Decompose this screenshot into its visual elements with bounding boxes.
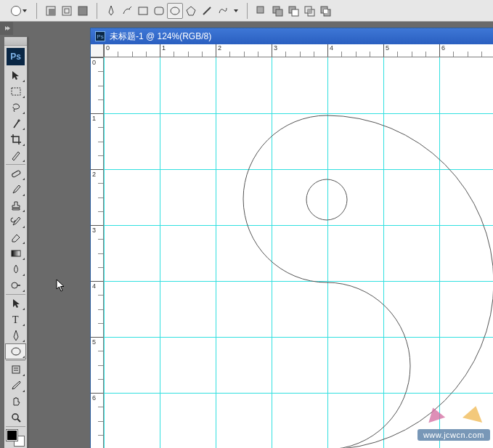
path-op-exclude-button[interactable] xyxy=(317,3,333,19)
svg-rect-3 xyxy=(65,9,69,13)
fill-pixels-icon xyxy=(77,5,89,17)
dodge-icon xyxy=(10,280,22,291)
ellipse-shape-tool[interactable] xyxy=(5,343,26,359)
marquee-tool[interactable] xyxy=(5,84,26,99)
path-selection-tool[interactable] xyxy=(5,296,26,311)
svg-line-22 xyxy=(14,121,19,128)
horizontal-ruler[interactable]: 01234567 xyxy=(104,44,493,57)
path-op-newlayer-button[interactable] xyxy=(253,3,269,19)
svg-line-33 xyxy=(17,419,20,422)
shape-layer-icon xyxy=(45,5,57,17)
document-title: 未标题-1 @ 124%(RGB/8) xyxy=(110,30,211,43)
svg-rect-4 xyxy=(78,7,87,15)
line-icon xyxy=(201,5,213,17)
svg-point-28 xyxy=(12,348,20,355)
ellipse-icon xyxy=(11,6,21,16)
zoom-icon xyxy=(10,412,22,423)
brush-tool[interactable] xyxy=(5,182,26,197)
eyedropper-tool[interactable] xyxy=(5,378,26,394)
chevron-down-icon[interactable] xyxy=(234,9,238,12)
hand-tool[interactable] xyxy=(5,394,26,410)
path-op-subtract-button[interactable] xyxy=(285,3,301,19)
lasso-icon xyxy=(10,102,22,113)
svg-rect-23 xyxy=(11,170,20,177)
fill-pixels-mode-button[interactable] xyxy=(75,3,91,19)
rounded-rectangle-icon xyxy=(153,5,165,17)
vertical-ruler[interactable]: 01234567 xyxy=(91,57,104,448)
drop-icon xyxy=(10,264,22,275)
magic-wand-tool[interactable] xyxy=(5,115,26,131)
svg-rect-20 xyxy=(324,9,327,13)
type-tool[interactable]: T xyxy=(5,311,26,327)
healing-brush-tool[interactable] xyxy=(5,166,26,182)
shape-layers-mode-button[interactable] xyxy=(43,3,59,19)
shape-preset-dropdown[interactable] xyxy=(7,4,30,18)
paths-mode-button[interactable] xyxy=(59,3,75,19)
pen-icon xyxy=(10,330,22,341)
color-chips[interactable] xyxy=(6,428,25,447)
stamp-icon xyxy=(10,200,22,211)
svg-rect-5 xyxy=(139,7,147,15)
exclude-path-icon xyxy=(319,5,331,17)
dodge-tool[interactable] xyxy=(5,277,26,293)
pen-icon xyxy=(105,5,117,17)
svg-rect-17 xyxy=(308,9,311,13)
eraser-tool[interactable] xyxy=(5,229,26,245)
svg-rect-2 xyxy=(62,7,71,15)
subtract-path-icon xyxy=(288,5,299,17)
svg-line-9 xyxy=(203,7,211,15)
crop-tool[interactable] xyxy=(5,131,26,147)
ellipse-icon xyxy=(10,346,22,357)
rounded-rectangle-shape-button[interactable] xyxy=(151,3,167,19)
foreground-color-chip[interactable] xyxy=(7,430,17,441)
ellipse-shape-button[interactable] xyxy=(167,3,183,19)
svg-rect-21 xyxy=(12,88,20,95)
custom-shape-button[interactable] xyxy=(215,3,231,19)
wand-icon xyxy=(10,118,22,129)
svg-rect-12 xyxy=(276,9,282,16)
bandage-icon xyxy=(10,168,22,179)
rectangle-shape-button[interactable] xyxy=(135,3,151,19)
svg-rect-29 xyxy=(12,366,20,373)
polygon-icon xyxy=(185,5,197,17)
slice-tool[interactable] xyxy=(5,147,26,163)
move-icon xyxy=(10,70,22,81)
svg-marker-8 xyxy=(187,7,195,15)
history-brush-icon xyxy=(10,216,22,227)
document-titlebar[interactable]: Ps 未标题-1 @ 124%(RGB/8) xyxy=(91,28,493,44)
gradient-icon xyxy=(10,248,22,259)
svg-rect-10 xyxy=(257,7,264,13)
path-op-add-button[interactable] xyxy=(269,3,285,19)
brush-icon xyxy=(10,184,22,195)
type-icon: T xyxy=(10,314,22,325)
panel-collapse-button[interactable] xyxy=(0,22,13,35)
freeform-pen-shape-button[interactable] xyxy=(119,3,135,19)
line-shape-button[interactable] xyxy=(199,3,215,19)
intersect-path-icon xyxy=(303,5,315,17)
app-badge: Ps xyxy=(7,48,25,65)
zoom-tool[interactable] xyxy=(5,410,26,425)
pen-tool[interactable] xyxy=(5,327,26,343)
toolbox-grip[interactable] xyxy=(4,37,27,46)
polygon-shape-button[interactable] xyxy=(183,3,199,19)
notes-icon xyxy=(10,364,22,375)
gradient-tool[interactable] xyxy=(5,245,26,261)
cursor-icon xyxy=(56,279,66,292)
hand-icon xyxy=(10,396,22,407)
pen-shape-button[interactable] xyxy=(103,3,119,19)
svg-text:T: T xyxy=(12,314,19,325)
clone-stamp-tool[interactable] xyxy=(5,197,26,213)
options-bar xyxy=(0,0,493,22)
blur-tool[interactable] xyxy=(5,261,26,277)
notes-tool[interactable] xyxy=(5,362,26,378)
eyedropper-icon xyxy=(10,380,22,391)
ruler-origin-box[interactable] xyxy=(91,44,104,57)
path-op-intersect-button[interactable] xyxy=(301,3,317,19)
path-layer-icon xyxy=(61,5,73,17)
lasso-tool[interactable] xyxy=(5,99,26,115)
toolbox-panel: Ps T xyxy=(4,36,28,448)
move-tool[interactable] xyxy=(5,68,26,84)
history-brush-tool[interactable] xyxy=(5,213,26,229)
freeform-pen-icon xyxy=(121,5,133,17)
canvas[interactable]: www.jcwcn.com xyxy=(104,57,493,448)
